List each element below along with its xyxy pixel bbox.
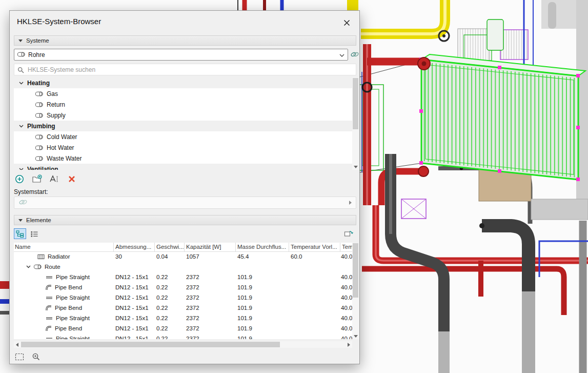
pipe-icon <box>35 91 43 96</box>
tree-group-plumbing[interactable]: Plumbing <box>14 121 352 131</box>
scroll-thumb[interactable] <box>353 243 358 298</box>
pipe-icon <box>35 156 43 161</box>
col-geschwindigkeit[interactable]: Geschwi... <box>156 244 184 250</box>
table-row-pipe-straight[interactable]: Pipe Straight DN12 - 15x10.22 2372101.9 … <box>14 272 352 283</box>
elements-section-label: Elemente <box>26 217 51 223</box>
table-row-route[interactable]: Route <box>14 262 352 272</box>
zoom-to-selection-icon[interactable] <box>30 351 42 362</box>
list-view-toggle[interactable] <box>28 228 40 239</box>
tree-group-partial[interactable]: Ventilation <box>14 164 352 170</box>
systemstart-field[interactable] <box>14 197 356 209</box>
tree-group-heating[interactable]: Heating <box>14 77 352 88</box>
view-toggles <box>14 228 40 239</box>
col-temperatur-vorlauf[interactable]: Temperatur Vorl... <box>291 244 337 250</box>
pipe-icon <box>34 264 42 269</box>
table-row-radiator[interactable]: Radiator 300.04 105745.4 60.040.0 <box>14 252 352 262</box>
tree-scrollbar[interactable] <box>352 77 359 170</box>
rename-icon[interactable] <box>49 173 60 185</box>
tree-item-return[interactable]: Return <box>14 99 352 110</box>
collapse-triangle-icon <box>18 219 23 222</box>
systems-section-label: Systeme <box>26 37 49 44</box>
delete-icon[interactable] <box>66 173 77 185</box>
col-kapazitaet[interactable]: Kapazität [W] <box>186 244 221 250</box>
pipe-straight-icon <box>46 296 53 300</box>
pipe-icon <box>17 51 25 58</box>
tree-view-toggle[interactable] <box>14 228 26 239</box>
table-row-pipe-straight[interactable]: Pipe Straight DN12 - 15x10.22 2372101.9 … <box>14 313 352 324</box>
update-from-selection-icon[interactable] <box>343 228 354 239</box>
col-abmessung[interactable]: Abmessung... <box>115 244 151 250</box>
pipe-straight-icon <box>46 337 53 340</box>
add-system-icon[interactable] <box>14 173 25 185</box>
systems-search <box>14 64 356 75</box>
table-hscrollbar[interactable] <box>14 341 352 348</box>
col-temperatur-2[interactable]: Tem <box>342 244 352 250</box>
scroll-thumb[interactable] <box>21 342 280 347</box>
system-type-dropdown[interactable]: Rohre <box>14 49 348 61</box>
systems-toolbar <box>14 173 77 185</box>
elements-table: Name Abmessung... Geschwi... Kapazität [… <box>14 243 352 339</box>
table-row-pipe-straight-partial[interactable]: Pipe Straight DN12 - 15x10.22 2372101.9 … <box>14 334 352 339</box>
pipe-straight-icon <box>46 316 53 321</box>
chevron-down-icon <box>26 265 31 268</box>
systems-section-header[interactable]: Systeme <box>14 35 356 46</box>
tree-item-cold-water[interactable]: Cold Water <box>14 131 352 142</box>
bottom-toolbar <box>14 351 42 362</box>
pipe-straight-icon <box>46 275 53 280</box>
scroll-right-arrow[interactable] <box>346 341 352 348</box>
close-icon[interactable] <box>340 16 353 29</box>
pipe-icon <box>35 134 43 140</box>
tree-item-supply[interactable]: Supply <box>14 110 352 121</box>
search-input[interactable] <box>14 64 356 75</box>
window-title: HKLSE-System-Browser <box>17 17 101 26</box>
new-folder-icon[interactable] <box>31 173 43 185</box>
table-row-pipe-bend[interactable]: Pipe Bend DN12 - 15x10.22 2372101.9 40.0 <box>14 283 352 293</box>
pipe-bend-icon <box>46 285 52 290</box>
pipe-icon <box>35 102 43 107</box>
table-row-pipe-bend[interactable]: Pipe Bend DN12 - 15x10.22 2372101.9 40.0 <box>14 324 352 334</box>
table-header: Name Abmessung... Geschwi... Kapazität [… <box>14 243 352 252</box>
tree-item-waste-water[interactable]: Waste Water <box>14 153 352 164</box>
marquee-icon[interactable] <box>14 351 25 362</box>
assign-system-icon <box>18 198 28 208</box>
elements-section-header[interactable]: Elemente <box>14 215 356 225</box>
assign-system-icon[interactable] <box>350 50 359 59</box>
chevron-down-icon <box>19 82 24 85</box>
pipe-bend-icon <box>46 326 52 331</box>
tree-item-gas[interactable]: Gas <box>14 88 352 99</box>
systems-tree: Heating Gas Return Supply Plumbing Cold … <box>14 77 352 170</box>
col-name[interactable]: Name <box>15 244 31 250</box>
scroll-thumb[interactable] <box>353 78 358 129</box>
scroll-down-arrow[interactable] <box>352 333 359 339</box>
table-row-pipe-bend[interactable]: Pipe Bend DN12 - 15x10.22 2372101.9 40.0 <box>14 303 352 313</box>
table-scrollbar[interactable] <box>352 243 359 339</box>
pipe-icon <box>35 113 43 118</box>
hklse-system-browser-window: HKLSE-System-Browser Systeme Rohre <box>9 10 360 364</box>
pipe-bend-icon <box>46 305 52 311</box>
radiator-icon <box>37 254 45 260</box>
collapse-triangle-icon <box>18 40 23 42</box>
scroll-left-arrow[interactable] <box>14 341 21 348</box>
systemstart-label: Systemstart: <box>14 188 48 195</box>
pipe-icon <box>35 145 43 150</box>
expand-arrow-icon[interactable] <box>349 201 352 205</box>
radiator-3d <box>419 54 585 181</box>
table-row-pipe-straight[interactable]: Pipe Straight DN12 - 15x10.22 2372101.9 … <box>14 293 352 303</box>
scroll-down-arrow[interactable] <box>352 164 359 170</box>
col-masse-durchfluss[interactable]: Masse Durchflus... <box>237 244 286 250</box>
chevron-down-icon <box>19 168 24 170</box>
system-type-value: Rohre <box>28 51 336 58</box>
tree-item-hot-water[interactable]: Hot Water <box>14 142 352 153</box>
chevron-down-icon <box>19 125 24 128</box>
chevron-down-icon <box>339 51 344 58</box>
